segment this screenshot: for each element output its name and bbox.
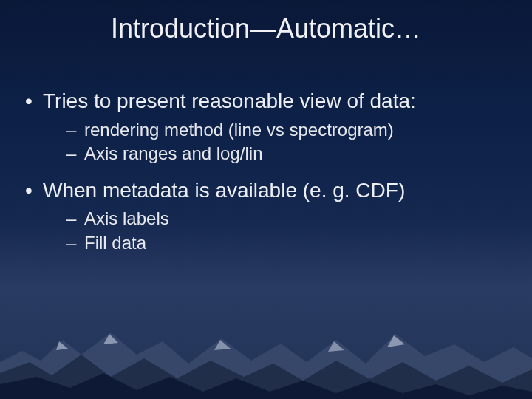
- bullet-text: Tries to present reasonable view of data…: [43, 89, 416, 112]
- sub-bullet-list: Axis labels Fill data: [43, 207, 510, 255]
- bullet-item: When metadata is available (e. g. CDF) A…: [22, 177, 510, 256]
- mountain-decoration: [0, 281, 532, 399]
- bullet-text: When metadata is available (e. g. CDF): [43, 179, 405, 202]
- sub-bullet-text: Axis labels: [84, 208, 169, 228]
- sub-bullet-text: Fill data: [84, 233, 146, 253]
- slide-body: Tries to present reasonable view of data…: [22, 87, 510, 265]
- slide: Introduction—Automatic… Tries to present…: [0, 0, 532, 399]
- sub-bullet-text: rendering method (line vs spectrogram): [84, 120, 394, 140]
- sub-bullet-text: Axis ranges and log/lin: [84, 143, 262, 163]
- bullet-item: Tries to present reasonable view of data…: [22, 87, 510, 166]
- sub-bullet-item: rendering method (line vs spectrogram): [43, 118, 510, 142]
- sub-bullet-item: Axis labels: [43, 207, 510, 231]
- slide-title: Introduction—Automatic…: [0, 13, 532, 44]
- bullet-list: Tries to present reasonable view of data…: [22, 87, 510, 255]
- sub-bullet-list: rendering method (line vs spectrogram) A…: [43, 118, 510, 166]
- sub-bullet-item: Axis ranges and log/lin: [43, 142, 510, 166]
- sub-bullet-item: Fill data: [43, 231, 510, 255]
